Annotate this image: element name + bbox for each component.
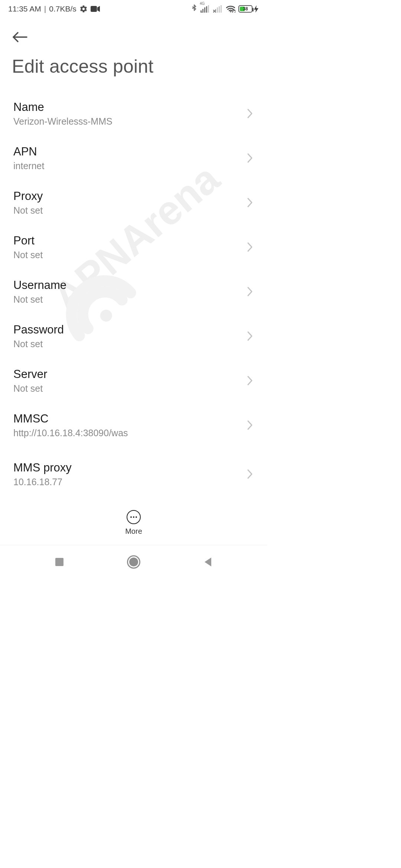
chevron-right-icon — [247, 331, 253, 342]
row-value: internet — [13, 161, 44, 171]
chevron-right-icon — [247, 197, 253, 208]
status-left: 11:35 AM | 0.7KB/s — [8, 4, 100, 13]
arrow-left-icon — [12, 31, 28, 43]
row-label: Username — [13, 279, 66, 292]
chevron-right-icon — [247, 108, 253, 119]
svg-rect-10 — [221, 5, 222, 13]
svg-point-13 — [230, 11, 231, 12]
svg-rect-8 — [217, 7, 218, 13]
row-value: Not set — [13, 205, 43, 216]
row-name[interactable]: Name Verizon-Wirelesss-MMS — [0, 91, 267, 136]
row-label: Name — [13, 101, 113, 114]
clock-text: 11:35 AM — [8, 4, 41, 13]
signal-4g-icon: 4G — [200, 5, 210, 13]
charging-icon — [254, 5, 258, 13]
status-divider: | — [44, 4, 46, 13]
row-mmsc[interactable]: MMSC http://10.16.18.4:38090/was — [0, 403, 267, 447]
more-button[interactable]: More — [125, 510, 142, 536]
square-icon — [55, 557, 64, 567]
signal-nosim-icon — [213, 5, 223, 13]
bottom-action-bar: More — [0, 501, 267, 545]
svg-rect-5 — [208, 5, 209, 13]
row-label: Password — [13, 323, 64, 336]
back-button[interactable] — [12, 27, 33, 47]
status-right: 4G 38 — [191, 4, 258, 13]
row-value: 10.16.18.77 — [13, 477, 72, 487]
svg-rect-0 — [91, 6, 97, 12]
row-label: Port — [13, 234, 43, 247]
signal-4g-label: 4G — [200, 1, 205, 6]
net-speed-text: 0.7KB/s — [49, 4, 76, 13]
row-label: MMSC — [13, 412, 128, 425]
row-label: Proxy — [13, 190, 43, 203]
row-password[interactable]: Password Not set — [0, 314, 267, 358]
row-label: Server — [13, 368, 47, 381]
row-label: MMS proxy — [13, 461, 72, 474]
row-value: Not set — [13, 383, 47, 394]
row-username[interactable]: Username Not set — [0, 269, 267, 314]
chevron-right-icon — [247, 286, 253, 297]
row-proxy[interactable]: Proxy Not set — [0, 180, 267, 225]
more-label: More — [125, 527, 142, 536]
page-title: Edit access point — [12, 56, 255, 77]
chevron-right-icon — [247, 375, 253, 386]
row-value: Not set — [13, 339, 64, 349]
svg-rect-9 — [219, 6, 220, 13]
svg-rect-4 — [206, 6, 207, 13]
video-camera-icon — [91, 6, 100, 12]
nav-home-button[interactable] — [115, 551, 152, 573]
chevron-right-icon — [247, 468, 253, 480]
triangle-left-icon — [203, 557, 213, 567]
nav-recent-button[interactable] — [41, 551, 78, 573]
svg-rect-3 — [204, 7, 205, 13]
row-port[interactable]: Port Not set — [0, 225, 267, 269]
row-value: Not set — [13, 250, 43, 260]
svg-rect-16 — [55, 558, 63, 566]
status-bar: 11:35 AM | 0.7KB/s 4G — [0, 0, 267, 18]
wifi-icon — [226, 5, 235, 13]
svg-rect-2 — [202, 9, 203, 13]
row-value: http://10.16.18.4:38090/was — [13, 428, 128, 438]
settings-icon — [79, 5, 88, 13]
row-server[interactable]: Server Not set — [0, 358, 267, 403]
chevron-right-icon — [247, 241, 253, 253]
settings-list: Name Verizon-Wirelesss-MMS APN internet … — [0, 91, 267, 501]
system-nav-bar — [0, 545, 267, 579]
row-value: Not set — [13, 294, 66, 305]
chevron-right-icon — [247, 420, 253, 431]
row-label: APN — [13, 145, 44, 158]
nav-back-button[interactable] — [189, 551, 226, 573]
bluetooth-icon — [191, 4, 198, 13]
more-icon — [127, 510, 141, 524]
row-value: Verizon-Wirelesss-MMS — [13, 116, 113, 127]
battery-percent: 38 — [239, 6, 252, 11]
screen-header: Edit access point — [0, 18, 267, 91]
row-apn[interactable]: APN internet — [0, 136, 267, 180]
circle-icon — [127, 555, 140, 569]
battery-icon: 38 — [238, 5, 252, 13]
chevron-right-icon — [247, 152, 253, 164]
row-mms-proxy[interactable]: MMS proxy 10.16.18.77 — [0, 447, 267, 492]
battery-indicator: 38 — [238, 5, 258, 13]
